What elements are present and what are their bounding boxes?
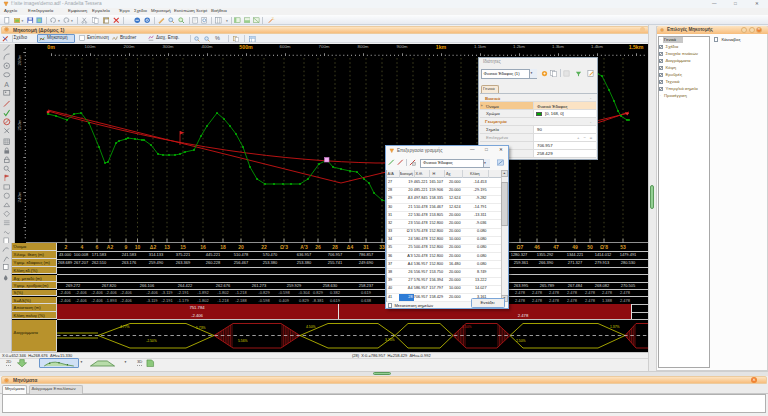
- svg-text:4.77%: 4.77%: [120, 325, 130, 329]
- svg-text:1.37%: 1.37%: [610, 325, 620, 329]
- svg-text:5.73%: 5.73%: [196, 326, 206, 330]
- svg-text:-2.50%: -2.50%: [146, 339, 157, 343]
- svg-text:4.50%: 4.50%: [306, 325, 316, 329]
- svg-text:250m: 250m: [16, 119, 21, 130]
- svg-text:260m: 260m: [16, 54, 21, 65]
- svg-text:2.50%: 2.50%: [462, 325, 472, 329]
- svg-text:2.50%: 2.50%: [516, 339, 526, 343]
- svg-text:240m: 240m: [16, 191, 21, 202]
- svg-text:5.56%: 5.56%: [238, 339, 248, 343]
- svg-text:A: A: [4, 81, 9, 88]
- svg-text:3.25%: 3.25%: [385, 338, 395, 342]
